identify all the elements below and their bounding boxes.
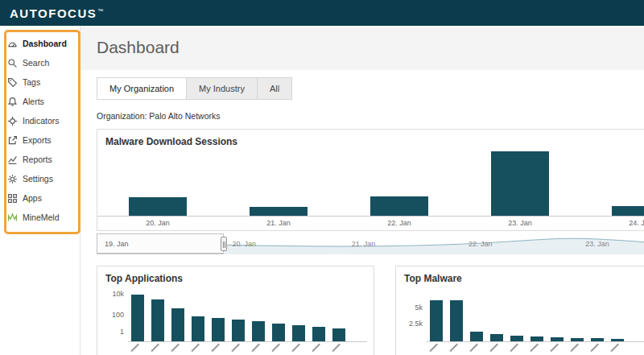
rotated-tick-label	[510, 344, 518, 352]
sidebar-item-exports[interactable]: Exports	[0, 130, 80, 150]
rotated-tick-label	[271, 344, 279, 352]
sidebar-item-apps[interactable]: Apps	[0, 188, 80, 208]
chart-bar	[591, 338, 604, 341]
chart-bar	[292, 325, 305, 341]
timeline-label: 22. Jan	[469, 240, 493, 248]
chart-bar	[171, 308, 184, 341]
rotated-tick-label	[191, 344, 199, 352]
sidebar-item-label: MineMeld	[23, 213, 60, 222]
rotated-tick-label	[171, 344, 179, 352]
sidebar-item-alerts[interactable]: Alerts	[0, 92, 80, 111]
dashboard-icon	[7, 39, 18, 49]
sidebar-item-label: Reports	[23, 155, 52, 164]
time-range-selector: 19. Jan 20. Jan 21. Jan 22. Jan 23. Jan	[97, 233, 644, 254]
apps-grid-icon	[7, 193, 18, 204]
sidebar-item-reports[interactable]: Reports	[0, 150, 80, 169]
chart-bar	[611, 339, 624, 341]
x-axis-label: 23. Jan	[460, 217, 580, 227]
y-tick-label: 1	[120, 328, 124, 336]
timeline-label: 23. Jan	[585, 240, 609, 248]
app-header: AUTOFOCUS™	[0, 0, 644, 26]
gear-icon	[7, 174, 18, 184]
chart-bar	[571, 338, 584, 341]
organization-label: Organization: Palo Alto Networks	[97, 111, 644, 121]
y-tick-label: 2.5k	[409, 320, 423, 328]
rotated-tick-label	[570, 344, 578, 352]
bar-chart-area	[97, 151, 644, 217]
chart-bar	[332, 328, 345, 341]
top-malware-bars	[427, 292, 644, 342]
rotated-tick-label	[291, 344, 299, 352]
tab-all[interactable]: All	[257, 77, 292, 100]
rotated-tick-label	[151, 344, 159, 352]
rotated-tick-label	[251, 344, 259, 352]
autofocus-logo: AUTOFOCUS™	[10, 6, 103, 20]
bell-icon	[7, 97, 18, 107]
chart-bar	[510, 336, 523, 341]
search-icon	[7, 58, 18, 68]
chart-bar	[252, 321, 265, 341]
x-axis-labels: 20. Jan21. Jan22. Jan23. Jan24. Jan	[97, 217, 644, 227]
rotated-tick-label	[429, 344, 437, 352]
chart-bar	[151, 299, 164, 341]
x-axis-label: 20. Jan	[97, 217, 218, 227]
malware-sessions-bar	[612, 206, 644, 216]
timeline-label: 20. Jan	[232, 240, 256, 248]
y-tick-label: 100	[112, 311, 124, 319]
chart-bar	[450, 300, 463, 341]
brush-start-label: 19. Jan	[105, 240, 129, 248]
sidebar-item-search[interactable]: Search	[0, 53, 80, 72]
rotated-tick-label	[449, 344, 457, 352]
chart-bar	[490, 334, 503, 341]
sidebar-item-settings[interactable]: Settings	[0, 169, 80, 188]
tab-my-organization[interactable]: My Organization	[97, 77, 187, 100]
crosshair-icon	[7, 116, 18, 126]
chart-bar	[131, 295, 144, 341]
sidebar-item-label: Settings	[23, 174, 53, 184]
brush-selected-region[interactable]: 19. Jan	[97, 233, 224, 254]
malware-sessions-bar	[491, 151, 549, 216]
tab-my-industry[interactable]: My Industry	[186, 77, 258, 100]
report-chart-icon	[7, 155, 18, 165]
sidebar-item-minemeld[interactable]: MineMeld	[0, 208, 80, 227]
chart-bar	[212, 318, 225, 341]
y-axis: 10k 100 1	[104, 292, 128, 342]
malware-sessions-chart: 20. Jan21. Jan22. Jan23. Jan24. Jan	[97, 151, 644, 230]
page-title: Dashboard	[80, 26, 644, 70]
sidebar-item-label: Exports	[23, 135, 52, 145]
chart-bar	[272, 324, 285, 341]
x-axis-label: 22. Jan	[339, 217, 460, 227]
brush-drag-handle[interactable]	[221, 237, 227, 251]
sidebar-item-tags[interactable]: Tags	[0, 72, 80, 92]
chart-bar	[232, 320, 245, 341]
export-icon	[7, 135, 18, 146]
malware-sessions-bar	[250, 207, 308, 216]
chart-bar	[430, 300, 443, 341]
rotated-tick-label	[610, 344, 618, 352]
sidebar-item-indicators[interactable]: Indicators	[0, 111, 80, 130]
rotated-tick-label	[550, 344, 558, 352]
top-applications-bars	[128, 292, 367, 342]
panel-title: Top Applications	[97, 266, 374, 287]
chart-bar	[530, 336, 543, 341]
x-axis-label: 24. Jan	[580, 217, 644, 227]
rotated-tick-label	[590, 344, 598, 352]
rotated-tick-label	[130, 344, 138, 352]
main-content: Dashboard My Organization My Industry Al…	[80, 26, 644, 355]
chart-bar	[312, 327, 325, 341]
timeline-label: 21. Jan	[352, 240, 376, 248]
dashboard-tabs: My Organization My Industry All	[97, 77, 292, 100]
malware-sessions-bar	[370, 196, 428, 216]
chart-bar	[551, 337, 564, 341]
y-tick-label: 5k	[415, 303, 423, 312]
malware-sessions-bar	[129, 197, 187, 216]
sidebar-item-label: Alerts	[23, 97, 44, 106]
sidebar-item-dashboard[interactable]: Dashboard	[0, 34, 80, 53]
top-malware-panel: Top Malware 5k 2.5k	[395, 266, 644, 355]
chart-bar	[192, 316, 204, 341]
tag-icon	[7, 77, 18, 88]
rotated-tick-label	[530, 344, 538, 352]
rotated-tick-label	[211, 344, 219, 352]
chart-bar	[470, 332, 483, 341]
trademark-symbol: ™	[97, 8, 103, 14]
